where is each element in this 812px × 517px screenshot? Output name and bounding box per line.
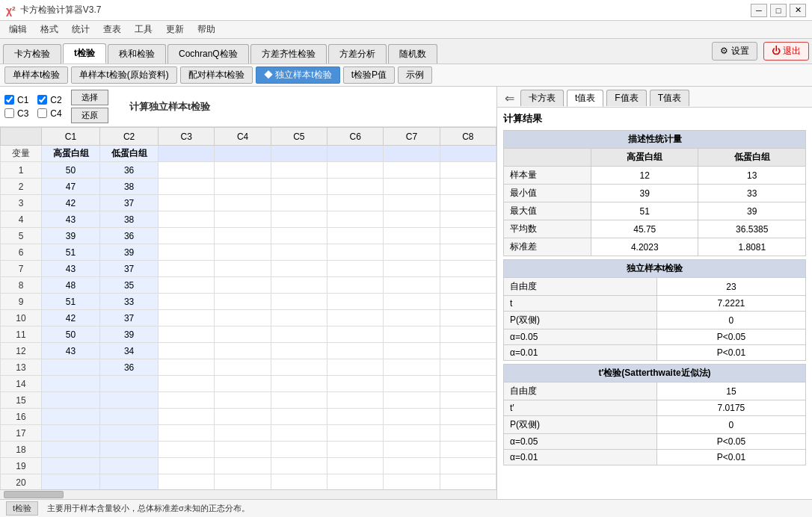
cell-r3-c4[interactable] <box>215 211 271 228</box>
cell-r19-c5[interactable] <box>271 474 327 489</box>
cell-r6-c4[interactable] <box>215 261 271 277</box>
cell-r9-c7[interactable] <box>384 310 440 326</box>
cell-r8-c8[interactable] <box>440 294 496 310</box>
h-scroll-bar[interactable] <box>0 489 496 499</box>
cell-r5-c7[interactable] <box>384 244 440 261</box>
cell-r19-c7[interactable] <box>384 474 440 489</box>
cell-r14-c0[interactable]: 15 <box>1 392 42 409</box>
cell-r4-c1[interactable]: 39 <box>42 228 100 244</box>
var-cell-1[interactable]: 高蛋白组 <box>42 146 100 162</box>
cell-r11-c2[interactable]: 34 <box>100 343 159 359</box>
cell-r4-c0[interactable]: 5 <box>1 228 42 244</box>
cell-r3-c6[interactable] <box>327 211 384 228</box>
cell-r13-c6[interactable] <box>327 376 384 392</box>
cell-r4-c3[interactable] <box>159 228 215 244</box>
cell-r16-c1[interactable] <box>42 425 100 442</box>
cell-r19-c4[interactable] <box>215 474 271 489</box>
cell-r13-c4[interactable] <box>215 376 271 392</box>
cell-r11-c3[interactable] <box>159 343 215 359</box>
cell-r11-c4[interactable] <box>215 343 271 359</box>
cell-r6-c7[interactable] <box>384 261 440 277</box>
cell-r2-c4[interactable] <box>215 195 271 211</box>
cell-r3-c0[interactable]: 4 <box>1 211 42 228</box>
main-tab-0[interactable]: 卡方检验 <box>3 44 61 64</box>
cell-r9-c8[interactable] <box>440 310 496 326</box>
var-cell-3[interactable] <box>159 146 215 162</box>
cell-r12-c6[interactable] <box>327 359 384 376</box>
cell-r18-c6[interactable] <box>327 458 384 474</box>
cell-r0-c8[interactable] <box>440 162 496 179</box>
cell-r2-c5[interactable] <box>271 195 327 211</box>
main-tab-1[interactable]: t检验 <box>63 43 106 64</box>
cell-r1-c4[interactable] <box>215 179 271 195</box>
cell-r0-c2[interactable]: 36 <box>100 162 159 179</box>
cell-r18-c8[interactable] <box>440 458 496 474</box>
cell-r0-c0[interactable]: 1 <box>1 162 42 179</box>
main-tab-4[interactable]: 方差齐性检验 <box>250 44 327 64</box>
cell-r19-c8[interactable] <box>440 474 496 489</box>
cell-r1-c2[interactable]: 38 <box>100 179 159 195</box>
cell-r18-c2[interactable] <box>100 458 159 474</box>
cell-r2-c7[interactable] <box>384 195 440 211</box>
cell-r8-c3[interactable] <box>159 294 215 310</box>
select-button[interactable]: 选择 <box>71 90 108 105</box>
cell-r4-c4[interactable] <box>215 228 271 244</box>
cell-r1-c0[interactable]: 2 <box>1 179 42 195</box>
exit-button[interactable]: ⏻ 退出 <box>763 42 809 61</box>
cell-r14-c6[interactable] <box>327 392 384 409</box>
sub-tab-3[interactable]: 独立样本t检验 <box>256 66 340 84</box>
cell-r17-c4[interactable] <box>215 442 271 458</box>
cell-r13-c0[interactable]: 14 <box>1 376 42 392</box>
cell-r10-c0[interactable]: 11 <box>1 326 42 343</box>
var-cell-5[interactable] <box>271 146 327 162</box>
cell-r5-c8[interactable] <box>440 244 496 261</box>
var-cell-4[interactable] <box>215 146 271 162</box>
cell-r0-c6[interactable] <box>327 162 384 179</box>
cell-r6-c5[interactable] <box>271 261 327 277</box>
cell-r15-c3[interactable] <box>159 409 215 425</box>
cell-r13-c5[interactable] <box>271 376 327 392</box>
cell-r7-c3[interactable] <box>159 277 215 294</box>
cell-r5-c2[interactable]: 39 <box>100 244 159 261</box>
cell-r4-c6[interactable] <box>327 228 384 244</box>
cell-r6-c0[interactable]: 7 <box>1 261 42 277</box>
cell-r0-c5[interactable] <box>271 162 327 179</box>
cell-r9-c4[interactable] <box>215 310 271 326</box>
cell-r14-c5[interactable] <box>271 392 327 409</box>
sub-tab-1[interactable]: 单样本t检验(原始资料) <box>71 66 176 84</box>
cell-r5-c5[interactable] <box>271 244 327 261</box>
sub-tab-4[interactable]: t检验P值 <box>343 66 395 84</box>
menu-item-更新[interactable]: 更新 <box>160 22 190 37</box>
var-cell-2[interactable]: 低蛋白组 <box>100 146 159 162</box>
cell-r18-c0[interactable]: 19 <box>1 458 42 474</box>
cell-r12-c7[interactable] <box>384 359 440 376</box>
cell-r3-c8[interactable] <box>440 211 496 228</box>
cell-r2-c2[interactable]: 37 <box>100 195 159 211</box>
cell-r6-c1[interactable]: 43 <box>42 261 100 277</box>
right-tab-fvalue[interactable]: F值表 <box>606 90 646 106</box>
cell-r9-c2[interactable]: 37 <box>100 310 159 326</box>
cell-r5-c0[interactable]: 6 <box>1 244 42 261</box>
minimize-button[interactable]: ─ <box>751 4 767 17</box>
cell-r17-c8[interactable] <box>440 442 496 458</box>
cell-r8-c2[interactable]: 33 <box>100 294 159 310</box>
cell-r18-c5[interactable] <box>271 458 327 474</box>
restore-button[interactable]: 还原 <box>71 108 108 123</box>
cell-r17-c7[interactable] <box>384 442 440 458</box>
cell-r11-c0[interactable]: 12 <box>1 343 42 359</box>
cell-r3-c3[interactable] <box>159 211 215 228</box>
sub-tab-2[interactable]: 配对样本t检验 <box>180 66 253 84</box>
cell-r6-c2[interactable]: 37 <box>100 261 159 277</box>
right-tab-chisquare[interactable]: 卡方表 <box>520 90 564 106</box>
menu-item-编辑[interactable]: 编辑 <box>3 22 33 37</box>
cell-r12-c1[interactable] <box>42 359 100 376</box>
cell-r11-c8[interactable] <box>440 343 496 359</box>
cell-r10-c7[interactable] <box>384 326 440 343</box>
checkbox-c4[interactable] <box>37 108 47 118</box>
cell-r19-c2[interactable] <box>100 474 159 489</box>
cell-r16-c3[interactable] <box>159 425 215 442</box>
cell-r10-c4[interactable] <box>215 326 271 343</box>
cell-r0-c7[interactable] <box>384 162 440 179</box>
var-cell-6[interactable] <box>327 146 384 162</box>
cell-r10-c2[interactable]: 39 <box>100 326 159 343</box>
